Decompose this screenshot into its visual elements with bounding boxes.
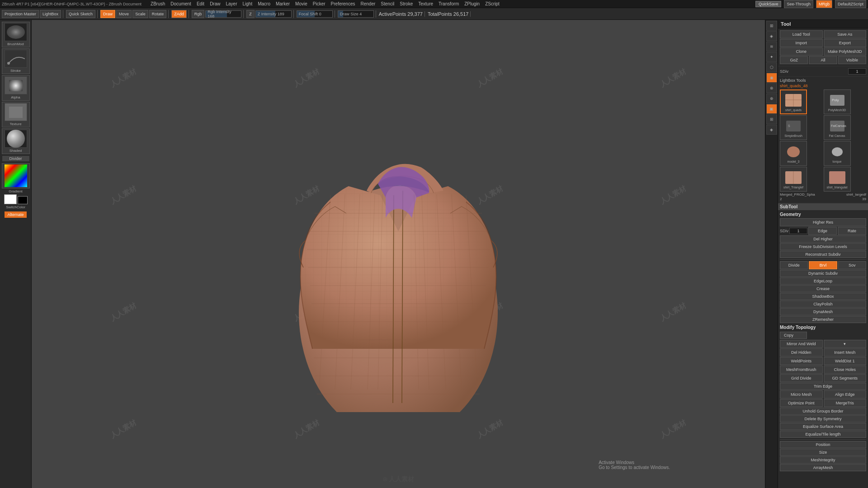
menu-document[interactable]: Document: [170, 1, 191, 6]
claypolish-button[interactable]: ClayPolish: [780, 300, 866, 308]
edgeloop-button[interactable]: EdgeLoop: [780, 277, 866, 285]
tool-thumb-triangle2[interactable]: shirt_triangulat: [824, 167, 851, 192]
tool-thumb-simplebrush[interactable]: S SimpleBrush: [780, 115, 807, 140]
icon-sidebar-btn-1[interactable]: ⊞: [766, 21, 777, 31]
alternate-button[interactable]: Alternate: [5, 211, 26, 218]
higher-res-button[interactable]: Higher Res: [780, 218, 866, 226]
sdiv-geom-value[interactable]: 1: [789, 228, 807, 234]
divide-button[interactable]: Divide: [780, 261, 808, 269]
weld-points-button[interactable]: WeldPoints: [780, 357, 823, 365]
icon-sidebar-btn-9[interactable]: ▣: [766, 104, 777, 114]
close-holes-button[interactable]: Close Holes: [824, 366, 867, 374]
zremesher-button[interactable]: ZRemesher: [780, 316, 866, 323]
visible-button[interactable]: Visible: [838, 56, 866, 64]
divider-label[interactable]: Divider: [2, 156, 29, 161]
stroke-item[interactable]: Stroke: [2, 48, 30, 74]
mesh-from-brush-button[interactable]: MeshFromBrush: [780, 366, 823, 374]
align-edge-button[interactable]: Align Edge: [824, 390, 867, 399]
quick-sketch-button[interactable]: Quick Sketch: [66, 10, 95, 18]
menu-marker[interactable]: Marker: [276, 1, 290, 6]
equalize-surface-area-button[interactable]: Equalize Surface Area: [780, 423, 866, 430]
brush-item[interactable]: BrushMod: [2, 22, 30, 47]
subtool-header[interactable]: SubTool: [778, 203, 868, 210]
gd-segments-button[interactable]: GD Segments: [824, 374, 867, 382]
draw-size-slider[interactable]: Draw Size 4: [338, 10, 374, 18]
icon-sidebar-btn-7[interactable]: ⊗: [766, 83, 777, 93]
scale-mode-button[interactable]: Scale: [132, 10, 148, 18]
menu-movie[interactable]: Movie: [295, 1, 307, 6]
rgb-intensity-slider[interactable]: Rgb Intensity 168: [205, 10, 241, 18]
all-button[interactable]: All: [809, 56, 837, 64]
array-mesh-button[interactable]: ArrayMesh: [780, 464, 866, 471]
menu-stroke[interactable]: Stroke: [400, 1, 413, 6]
color-secondary[interactable]: [18, 196, 28, 204]
menu-preferences[interactable]: Preferences: [331, 1, 355, 6]
menu-zplugin[interactable]: ZPlugin: [464, 1, 480, 6]
see-through-button[interactable]: See-Through: [784, 0, 813, 8]
reconstruct-subdiv-button[interactable]: Reconstruct Subdiv: [780, 251, 866, 258]
mesh-integrity-button[interactable]: MeshIntegrity: [780, 456, 866, 464]
default-script-button[interactable]: DefaultZScript: [835, 0, 866, 8]
merge-tris-button[interactable]: MergeTris: [824, 399, 867, 407]
import-button[interactable]: Import: [780, 39, 823, 47]
icon-sidebar-btn-11[interactable]: ◈: [766, 125, 777, 135]
zadd-button[interactable]: ZAdd: [171, 10, 187, 18]
switch-color[interactable]: [4, 194, 28, 204]
color-item[interactable]: [2, 163, 30, 188]
menu-draw[interactable]: Draw: [210, 1, 220, 6]
export-button[interactable]: Export: [824, 39, 867, 47]
menu-picker[interactable]: Picker: [313, 1, 326, 6]
sdiv-value[interactable]: 1: [848, 68, 866, 75]
edge-button[interactable]: Edge: [808, 227, 837, 235]
brvl-button[interactable]: Brvl: [809, 261, 837, 269]
menu-zbrush[interactable]: ZBrush: [151, 1, 165, 6]
micro-mesh-button[interactable]: Micro Mesh: [780, 390, 823, 399]
tool-thumb-triangle1[interactable]: shirt_Trianglef: [780, 167, 807, 192]
weld-dist-button[interactable]: WeldDist 1: [824, 357, 867, 365]
rgb-button[interactable]: Rgb: [192, 10, 205, 18]
menu-render[interactable]: Render: [361, 1, 376, 6]
mrgb-button[interactable]: MRgb: [816, 0, 832, 8]
menu-transform[interactable]: Transform: [439, 1, 459, 6]
copy-button[interactable]: Copy: [780, 332, 807, 339]
menu-edit[interactable]: Edit: [197, 1, 204, 6]
make-polymesh-button[interactable]: Make PolyMesh3D: [824, 47, 867, 56]
grid-divide-button[interactable]: Grid Divide: [780, 374, 823, 382]
texture-item[interactable]: Texture: [2, 102, 30, 127]
tool-thumb-fatcanvas[interactable]: FatCanvas Fat Canvas: [824, 115, 851, 140]
delete-by-symmetry-button[interactable]: Delete By Symmetry: [780, 415, 866, 422]
size-button[interactable]: Size: [780, 449, 866, 456]
quicksave-button[interactable]: QuickSave: [755, 1, 782, 7]
tool-thumb-polymesh[interactable]: Poly PolyMesh3D: [824, 89, 851, 114]
menu-texture[interactable]: Texture: [418, 1, 433, 6]
load-tool-button[interactable]: Load Tool: [780, 30, 823, 38]
menu-macro[interactable]: Macro: [258, 1, 270, 6]
menu-zscript[interactable]: ZScript: [485, 1, 500, 6]
icon-sidebar-btn-5[interactable]: ⬡: [766, 62, 777, 72]
crease-button[interactable]: Crease: [780, 285, 866, 292]
save-as-button[interactable]: Save As: [824, 30, 867, 38]
rotate-mode-button[interactable]: Rotate: [149, 10, 167, 18]
draw-mode-button[interactable]: Draw: [100, 10, 115, 18]
projection-master-button[interactable]: Projection Master: [2, 10, 39, 18]
del-higher-button[interactable]: Del Higher: [780, 235, 866, 243]
icon-sidebar-btn-4[interactable]: ✦: [766, 52, 777, 62]
menu-stencil[interactable]: Stencil: [381, 1, 394, 6]
icon-sidebar-btn-8[interactable]: ⊕: [766, 94, 777, 103]
shadowbox-button[interactable]: ShadowBox: [780, 293, 866, 300]
z-intensity-slider[interactable]: Z Intensity 189: [255, 10, 292, 18]
tool-thumb-shirt-quads[interactable]: shirt_quads: [780, 89, 807, 114]
equalize-tile-length-button[interactable]: Equalize/Tile length: [780, 431, 866, 438]
move-mode-button[interactable]: Move: [116, 10, 132, 18]
icon-sidebar-btn-6[interactable]: ◉: [766, 73, 777, 83]
sov-button[interactable]: Sov: [838, 261, 866, 269]
tool-thumb-torque[interactable]: torque: [824, 141, 851, 166]
clone-button[interactable]: Clone: [780, 47, 823, 56]
tool-thumb-model3[interactable]: model_3: [780, 141, 807, 166]
alpha-item[interactable]: Alpha: [2, 75, 30, 101]
material-item[interactable]: Shaded: [2, 128, 30, 154]
mirror-and-weld-button[interactable]: Mirror And Weld: [780, 340, 823, 348]
dynamesh-button[interactable]: DynaMesh: [780, 308, 866, 315]
focal-shift-slider[interactable]: Focal Shift 0: [297, 10, 333, 18]
freeze-subdiv-button[interactable]: Freeze SubDivision Levels: [780, 243, 866, 250]
